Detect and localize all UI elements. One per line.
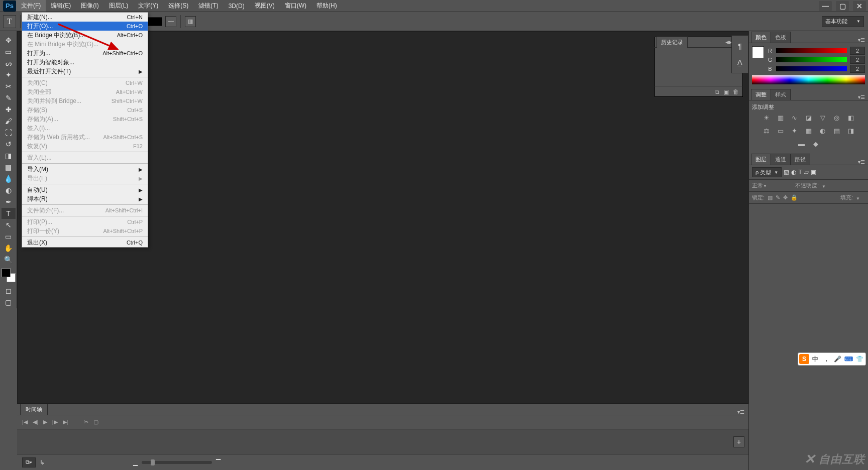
menu-编辑[interactable]: 编辑(E): [46, 0, 76, 12]
layer-filter-dropdown[interactable]: ρ 类型▼: [752, 167, 782, 177]
tab-layers[interactable]: 图层: [751, 154, 771, 165]
tab-swatches[interactable]: 色板: [771, 32, 791, 43]
timeline-zoom-slider[interactable]: [142, 461, 212, 464]
curves-icon[interactable]: ∿: [790, 113, 800, 122]
threshold-icon[interactable]: ◨: [846, 126, 856, 135]
timeline-mode-dropdown[interactable]: ⧉▾: [22, 457, 36, 467]
hue-icon[interactable]: ◎: [832, 113, 842, 122]
fill-field[interactable]: ▼: [856, 195, 865, 201]
tool-path-select[interactable]: ↖: [2, 219, 16, 230]
photo-filter-icon[interactable]: ▭: [776, 126, 786, 135]
tool-blur[interactable]: 💧: [2, 173, 16, 184]
filter-shape-icon[interactable]: ▱: [804, 169, 809, 176]
tool-wand[interactable]: ✦: [2, 69, 16, 80]
ime-logo-icon[interactable]: S: [799, 354, 809, 364]
opacity-field[interactable]: ▼: [822, 183, 831, 189]
tool-shape[interactable]: ▭: [2, 231, 16, 242]
timeline-track-area[interactable]: +: [17, 429, 748, 454]
add-media-button[interactable]: +: [733, 436, 744, 447]
menu-视图[interactable]: 视图(V): [250, 0, 280, 12]
scissors-icon[interactable]: ✂: [84, 419, 88, 425]
tool-stamp[interactable]: ⛶: [2, 127, 16, 138]
panel-menu-icon[interactable]: ▾☰: [733, 409, 748, 415]
foreground-swatch[interactable]: [2, 268, 11, 277]
panel-menu-icon[interactable]: ▾☰: [855, 37, 868, 43]
tool-pen[interactable]: ✒: [2, 196, 16, 207]
screen-mode-button[interactable]: ▢: [2, 297, 16, 308]
invert-icon[interactable]: ◐: [818, 126, 828, 135]
trash-icon[interactable]: 🗑: [733, 88, 739, 95]
menu-图层[interactable]: 图层(L): [104, 0, 134, 12]
ime-punct-button[interactable]: ，: [821, 354, 831, 364]
menu-图像[interactable]: 图像(I): [76, 0, 103, 12]
layers-list[interactable]: [749, 204, 868, 470]
tool-brush[interactable]: 🖌: [2, 115, 16, 127]
window-minimize-button[interactable]: —: [819, 1, 832, 11]
menu-文件[interactable]: 文件(F): [16, 0, 46, 12]
menu-item[interactable]: 打开为...Alt+Shift+Ctrl+O: [22, 49, 148, 58]
menu-item[interactable]: 脚本(R)▶: [22, 194, 148, 203]
menu-item[interactable]: 新建(N)...Ctrl+N: [22, 13, 148, 22]
vibrance-icon[interactable]: ▽: [818, 113, 828, 122]
tool-type[interactable]: T: [2, 208, 16, 219]
ime-skin-icon[interactable]: 👕: [854, 354, 864, 364]
slider-g[interactable]: [776, 57, 847, 62]
filter-pixel-icon[interactable]: ▧: [784, 169, 789, 176]
brightness-icon[interactable]: ☀: [762, 113, 772, 122]
workspace-dropdown[interactable]: 基本功能 ▼: [822, 16, 864, 27]
tab-timeline[interactable]: 时间轴: [20, 404, 48, 415]
color-spectrum[interactable]: [752, 75, 865, 84]
balance-icon[interactable]: ⚖: [762, 126, 772, 135]
selective-color-icon[interactable]: ◆: [811, 139, 821, 148]
foreground-background-swap[interactable]: [2, 268, 16, 282]
channel-mixer-icon[interactable]: ✦: [790, 126, 800, 135]
menu-item[interactable]: 在 Bridge 中浏览(B)...Alt+Ctrl+O: [22, 31, 148, 40]
tool-move[interactable]: ✥: [2, 35, 16, 46]
tool-eraser[interactable]: ◨: [2, 150, 16, 161]
character-panel-icon[interactable]: A̲: [733, 55, 746, 70]
camera-icon[interactable]: ▣: [723, 88, 729, 95]
menu-item[interactable]: 导入(M)▶: [22, 165, 148, 174]
tool-crop[interactable]: ✂: [2, 81, 16, 92]
gradient-map-icon[interactable]: ▬: [797, 139, 807, 148]
goto-start-icon[interactable]: |◀: [22, 419, 28, 425]
zoom-in-icon[interactable]: ▔: [216, 459, 221, 466]
tab-adjust[interactable]: 调整: [751, 89, 771, 100]
menu-文字[interactable]: 文字(Y): [133, 0, 163, 12]
warp-text-button[interactable]: 〰: [165, 16, 176, 27]
lock-paint-icon[interactable]: ✎: [776, 194, 780, 201]
menu-item[interactable]: 最近打开文件(T)▶: [22, 67, 148, 76]
slider-r[interactable]: [776, 48, 847, 53]
lock-all-icon[interactable]: 🔒: [791, 194, 798, 201]
menu-滤镜[interactable]: 滤镜(T): [193, 0, 223, 12]
tool-dodge[interactable]: ◐: [2, 185, 16, 196]
menu-item[interactable]: 退出(X)Ctrl+Q: [22, 238, 148, 247]
window-close-button[interactable]: ✕: [853, 1, 866, 11]
bw-icon[interactable]: ◧: [846, 113, 856, 122]
filter-adjust-icon[interactable]: ◐: [791, 169, 796, 176]
foreground-color-swatch[interactable]: [752, 46, 764, 58]
text-color-swatch[interactable]: [147, 17, 162, 26]
slider-b[interactable]: [776, 66, 847, 71]
microphone-icon[interactable]: 🎤: [832, 354, 842, 364]
history-tab[interactable]: 历史记录: [657, 37, 688, 48]
tab-channels[interactable]: 通道: [771, 154, 791, 165]
paragraph-panel-icon[interactable]: ¶: [733, 39, 746, 54]
zoom-out-icon[interactable]: ▁: [133, 459, 138, 466]
lock-move-icon[interactable]: ✥: [783, 194, 788, 201]
menu-3d[interactable]: 3D(D): [224, 0, 250, 12]
transition-icon[interactable]: ▢: [93, 419, 98, 425]
prev-frame-icon[interactable]: ◀|: [33, 419, 38, 425]
menu-item[interactable]: 打开(O)...Ctrl+O: [22, 22, 148, 31]
lock-pixels-icon[interactable]: ▧: [768, 194, 773, 201]
levels-icon[interactable]: ▥: [776, 113, 786, 122]
panel-menu-icon[interactable]: ▾☰: [855, 94, 868, 100]
tool-eyedropper[interactable]: ✎: [2, 92, 16, 103]
new-snapshot-icon[interactable]: ⧉: [715, 88, 719, 95]
filter-type-icon[interactable]: T: [798, 169, 802, 176]
tool-gradient[interactable]: ▤: [2, 162, 16, 173]
posterize-icon[interactable]: ▤: [832, 126, 842, 135]
quick-mask-button[interactable]: ◻: [2, 285, 16, 296]
play-icon[interactable]: ▶: [43, 419, 47, 425]
tool-lasso[interactable]: ᔕ: [2, 58, 16, 69]
